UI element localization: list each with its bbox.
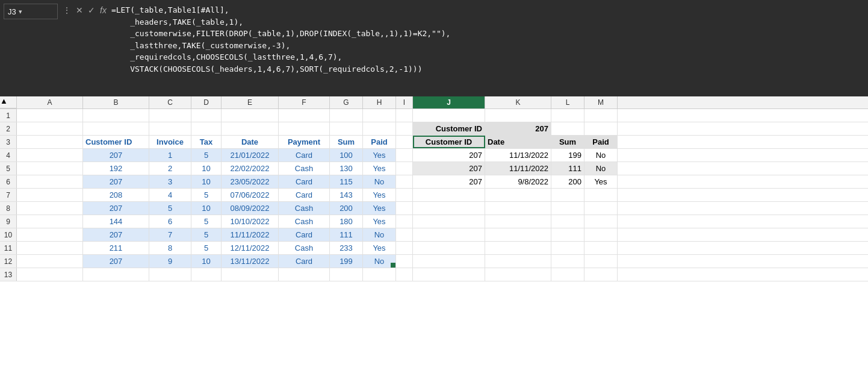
cell-l5[interactable]: 111 [551, 162, 584, 175]
cell-a4[interactable] [17, 149, 83, 162]
cell-f1[interactable] [279, 109, 330, 122]
cell-d7[interactable]: 5 [191, 189, 222, 201]
col-header-k[interactable]: K [485, 96, 551, 108]
cell-l9[interactable] [551, 215, 584, 228]
cell-m4[interactable]: No [584, 149, 618, 162]
cell-k7[interactable] [485, 189, 551, 201]
cell-k13[interactable] [485, 268, 551, 281]
cell-a2[interactable] [17, 122, 83, 135]
col-header-m[interactable]: M [584, 96, 618, 108]
cell-e9[interactable]: 10/10/2022 [222, 215, 279, 228]
cell-b11[interactable]: 211 [83, 242, 149, 254]
cell-a3[interactable] [17, 136, 83, 148]
cell-e2[interactable] [222, 122, 279, 135]
cell-j13[interactable] [413, 268, 485, 281]
col-header-a[interactable]: A [17, 96, 83, 108]
cell-l13[interactable] [551, 268, 584, 281]
cell-b6[interactable]: 207 [83, 175, 149, 188]
cell-b1[interactable] [17, 109, 83, 122]
cell-k3-result-date-header[interactable]: Date [485, 136, 551, 148]
col-header-f[interactable]: F [279, 96, 330, 108]
cell-i2[interactable] [396, 122, 413, 135]
cell-e7[interactable]: 07/06/2022 [222, 189, 279, 201]
cell-h6[interactable]: No [363, 175, 396, 188]
cell-j5[interactable]: 207 [413, 162, 485, 175]
cell-a10[interactable] [17, 228, 83, 241]
cell-g8[interactable]: 200 [330, 202, 363, 215]
cell-e1[interactable] [222, 109, 279, 122]
cell-d11[interactable]: 5 [191, 242, 222, 254]
cell-j10[interactable] [413, 228, 485, 241]
cell-f6[interactable]: Card [279, 175, 330, 188]
cell-j8[interactable] [413, 202, 485, 215]
col-header-e[interactable]: E [222, 96, 279, 108]
cell-h8[interactable]: Yes [363, 202, 396, 215]
cell-c6[interactable]: 3 [149, 175, 191, 188]
cell-i10[interactable] [396, 228, 413, 241]
cell-f4[interactable]: Card [279, 149, 330, 162]
cell-c10[interactable]: 7 [149, 228, 191, 241]
cell-f13[interactable] [279, 268, 330, 281]
cell-f9[interactable]: Cash [279, 215, 330, 228]
cell-i3[interactable] [396, 136, 413, 148]
cell-e12[interactable]: 13/11/2022 [222, 255, 279, 268]
cell-c2[interactable] [149, 122, 191, 135]
cell-h1[interactable] [363, 109, 396, 122]
cell-d2[interactable] [191, 122, 222, 135]
cell-g9[interactable]: 180 [330, 215, 363, 228]
cell-e3-date-header[interactable]: Date [222, 136, 279, 148]
cell-i9[interactable] [396, 215, 413, 228]
cell-e5[interactable]: 22/02/2022 [222, 162, 279, 175]
cell-c5[interactable]: 2 [149, 162, 191, 175]
cell-j1[interactable] [413, 109, 485, 122]
cell-m9[interactable] [584, 215, 618, 228]
cell-m11[interactable] [584, 242, 618, 254]
cell-i11[interactable] [396, 242, 413, 254]
cell-c12[interactable]: 9 [149, 255, 191, 268]
cell-i7[interactable] [396, 189, 413, 201]
cell-h10[interactable]: No [363, 228, 396, 241]
cell-g3-sum-header[interactable]: Sum [330, 136, 363, 148]
cell-d9[interactable]: 5 [191, 215, 222, 228]
cell-c1[interactable] [149, 109, 191, 122]
cell-f2[interactable] [279, 122, 330, 135]
cell-e11[interactable]: 12/11/2022 [222, 242, 279, 254]
cell-f11[interactable]: Cash [279, 242, 330, 254]
cell-b5[interactable]: 192 [83, 162, 149, 175]
cell-j7[interactable] [413, 189, 485, 201]
cell-d8[interactable]: 10 [191, 202, 222, 215]
cell-l1[interactable] [551, 109, 584, 122]
cell-h11[interactable]: Yes [363, 242, 396, 254]
cell-a12[interactable] [17, 255, 83, 268]
cell-e10[interactable]: 11/11/2022 [222, 228, 279, 241]
cell-m5[interactable]: No [584, 162, 618, 175]
cell-e4[interactable]: 21/01/2022 [222, 149, 279, 162]
cell-j3-result-customer-id-header[interactable]: Customer ID [413, 136, 485, 148]
confirm-icon[interactable]: ✓ [87, 5, 96, 15]
cell-a7[interactable] [17, 189, 83, 201]
cell-c3-invoice-header[interactable]: Invoice [149, 136, 191, 148]
cell-d6[interactable]: 10 [191, 175, 222, 188]
cell-d10[interactable]: 5 [191, 228, 222, 241]
cell-m8[interactable] [584, 202, 618, 215]
cell-b4[interactable]: 207 [83, 149, 149, 162]
cell-m3-result-paid-header[interactable]: Paid [584, 136, 618, 148]
cell-i5[interactable] [396, 162, 413, 175]
cell-f7[interactable]: Card [279, 189, 330, 201]
cell-d5[interactable]: 10 [191, 162, 222, 175]
cell-a11[interactable] [17, 242, 83, 254]
cell-a13[interactable] [17, 268, 83, 281]
cell-d4[interactable]: 5 [191, 149, 222, 162]
cell-g13[interactable] [330, 268, 363, 281]
cell-l12[interactable] [551, 255, 584, 268]
cell-b1b[interactable] [83, 109, 149, 122]
cell-m1[interactable] [584, 109, 618, 122]
cell-g11[interactable]: 233 [330, 242, 363, 254]
cell-c11[interactable]: 8 [149, 242, 191, 254]
cell-c8[interactable]: 5 [149, 202, 191, 215]
cell-m2[interactable] [584, 122, 618, 135]
cell-a6[interactable] [17, 175, 83, 188]
cell-k10[interactable] [485, 228, 551, 241]
cell-l6[interactable]: 200 [551, 175, 584, 188]
cell-d13[interactable] [191, 268, 222, 281]
